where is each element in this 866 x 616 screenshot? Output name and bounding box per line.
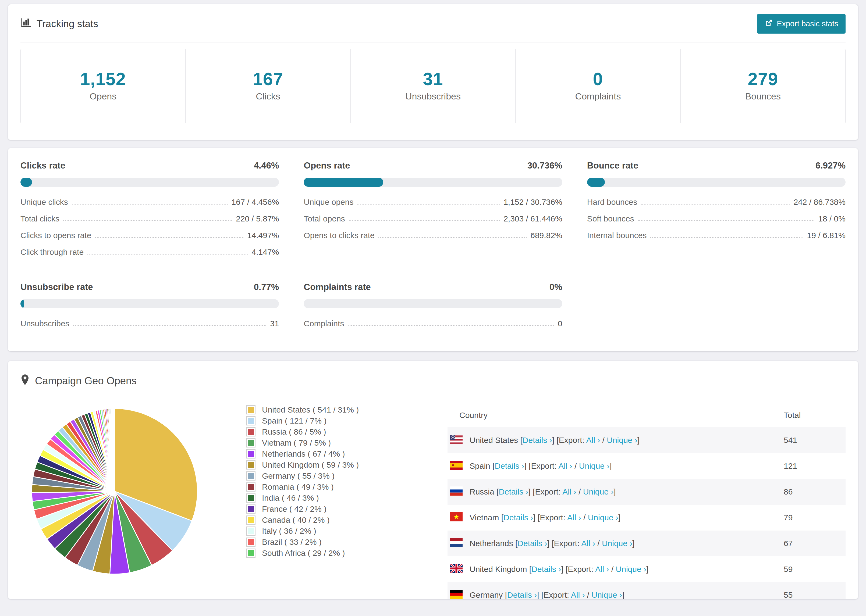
details-link[interactable]: Details › (518, 539, 547, 548)
rate-row-label: Clicks to opens rate (20, 231, 91, 240)
export-unique-link[interactable]: Unique › (592, 591, 622, 599)
campaign-geo-opens-card: Campaign Geo Opens United States ( 541 /… (8, 361, 858, 599)
details-link[interactable]: Details › (504, 513, 533, 522)
export-all-link[interactable]: All › (567, 513, 581, 522)
export-unique-link[interactable]: Unique › (607, 436, 637, 445)
dotted-leader (95, 237, 243, 238)
legend-item-united-kingdom: United Kingdom ( 59 / 3% ) (246, 459, 408, 470)
progress-fill (587, 178, 605, 187)
rate-title: Bounce rate (587, 160, 638, 171)
stat-unsubscribes: 31Unsubscribes (350, 49, 515, 123)
export-all-link[interactable]: All › (586, 436, 600, 445)
stat-complaints: 0Complaints (515, 49, 680, 123)
flag-es-icon (450, 460, 463, 472)
legend-label: Canada ( 40 / 2% ) (262, 515, 330, 525)
dotted-leader (641, 204, 790, 204)
stat-opens: 1,152Opens (21, 49, 185, 123)
table-header-row: Country Total (447, 404, 846, 427)
export-all-link[interactable]: All › (562, 487, 576, 496)
country-links: United Kingdom [Details ›] [Export: All … (469, 565, 649, 574)
unsubscribe-rate-block: Unsubscribe rate0.77%Unsubscribes31 (20, 282, 279, 336)
total-cell: 121 (784, 462, 846, 471)
legend-item-united-states: United States ( 541 / 31% ) (246, 404, 408, 415)
country-cell: Netherlands [Details ›] [Export: All › /… (447, 538, 784, 549)
tracking-stats-card: Tracking stats Export basic stats 1,152O… (8, 4, 858, 140)
rate-row-label: Internal bounces (587, 231, 647, 240)
page-title: Tracking stats (36, 18, 98, 30)
legend-swatch (246, 493, 255, 503)
legend-swatch (246, 482, 255, 492)
dotted-leader (72, 204, 228, 204)
rate-row-value: 31 (270, 319, 279, 328)
export-unique-link[interactable]: Unique › (583, 487, 614, 496)
export-basic-stats-button[interactable]: Export basic stats (757, 14, 846, 34)
country-cell: Russia [Details ›] [Export: All › / Uniq… (447, 486, 784, 498)
legend-item-germany: Germany ( 55 / 3% ) (246, 470, 408, 481)
geo-pie-chart (20, 402, 236, 599)
total-cell: 59 (784, 565, 846, 574)
stat-value: 167 (186, 70, 350, 88)
details-link[interactable]: Details › (523, 436, 552, 445)
legend-label: Italy ( 36 / 2% ) (262, 526, 316, 536)
bounce-rate-progress-bar (587, 178, 846, 187)
country-links: Netherlands [Details ›] [Export: All › /… (469, 539, 635, 548)
geo-header: Campaign Geo Opens (20, 372, 846, 398)
rate-row-value: 167 / 4.456% (231, 198, 279, 207)
legend-swatch (246, 471, 255, 481)
stat-value: 31 (351, 70, 515, 88)
dotted-leader (73, 325, 266, 326)
legend-swatch (246, 526, 255, 536)
rate-row-unsubscribes: Unsubscribes31 (20, 319, 279, 328)
export-unique-link[interactable]: Unique › (579, 462, 609, 470)
legend-swatch (246, 460, 255, 470)
export-unique-link[interactable]: Unique › (602, 539, 632, 548)
rate-row-total-opens: Total opens2,303 / 61.446% (304, 214, 562, 223)
opens-rate-progress-bar (304, 178, 562, 187)
details-link[interactable]: Details › (531, 565, 561, 574)
flag-ru-icon (450, 486, 463, 498)
rate-row-value: 14.497% (247, 231, 279, 240)
rate-detail-rows: Unique clicks167 / 4.456%Total clicks220… (20, 198, 279, 257)
progress-fill (20, 178, 32, 187)
geo-title: Campaign Geo Opens (35, 375, 137, 387)
legend-label: United States ( 541 / 31% ) (262, 405, 359, 415)
legend-label: Russia ( 86 / 5% ) (262, 427, 326, 437)
export-all-link[interactable]: All › (571, 591, 585, 599)
legend-label: South Africa ( 29 / 2% ) (262, 548, 345, 558)
export-unique-link[interactable]: Unique › (588, 513, 618, 522)
flag-us-icon (450, 435, 463, 446)
progress-fill (304, 178, 383, 187)
tracking-stats-title-row: Tracking stats (20, 17, 98, 31)
country-cell: Germany [Details ›] [Export: All › / Uni… (447, 590, 784, 599)
total-cell: 79 (784, 513, 846, 522)
stat-bounces: 279Bounces (680, 49, 845, 123)
stat-label: Opens (21, 91, 185, 102)
legend-label: Spain ( 121 / 7% ) (262, 416, 326, 426)
details-link[interactable]: Details › (507, 591, 537, 599)
legend-swatch (246, 504, 255, 514)
details-link[interactable]: Details › (494, 462, 524, 470)
flag-gb-icon (450, 564, 463, 575)
legend-item-south-africa: South Africa ( 29 / 2% ) (246, 547, 408, 558)
export-all-link[interactable]: All › (581, 539, 595, 548)
export-all-link[interactable]: All › (558, 462, 572, 470)
pie-slice-other-42[interactable] (114, 409, 115, 491)
bar-chart-icon (20, 17, 32, 31)
country-cell: United States [Details ›] [Export: All ›… (447, 435, 784, 446)
stats-summary-row: 1,152Opens167Clicks31Unsubscribes0Compla… (20, 49, 846, 123)
legend-label: Vietnam ( 79 / 5% ) (262, 438, 331, 448)
rate-percent: 6.927% (816, 160, 846, 171)
external-link-icon (764, 19, 773, 29)
rate-row-value: 19 / 6.81% (807, 231, 846, 240)
table-row-united-kingdom: United Kingdom [Details ›] [Export: All … (447, 556, 846, 582)
export-unique-link[interactable]: Unique › (616, 565, 646, 574)
export-all-link[interactable]: All › (595, 565, 609, 574)
rate-row-value: 4.147% (252, 248, 279, 257)
rate-row-opens-to-clicks-rate: Opens to clicks rate689.82% (304, 231, 562, 240)
legend-label: France ( 42 / 2% ) (262, 504, 326, 514)
header-divider (20, 42, 846, 42)
flag-nl-icon (450, 538, 463, 549)
stat-label: Unsubscribes (351, 91, 515, 102)
details-link[interactable]: Details › (499, 487, 528, 496)
table-body: United States [Details ›] [Export: All ›… (447, 427, 846, 599)
